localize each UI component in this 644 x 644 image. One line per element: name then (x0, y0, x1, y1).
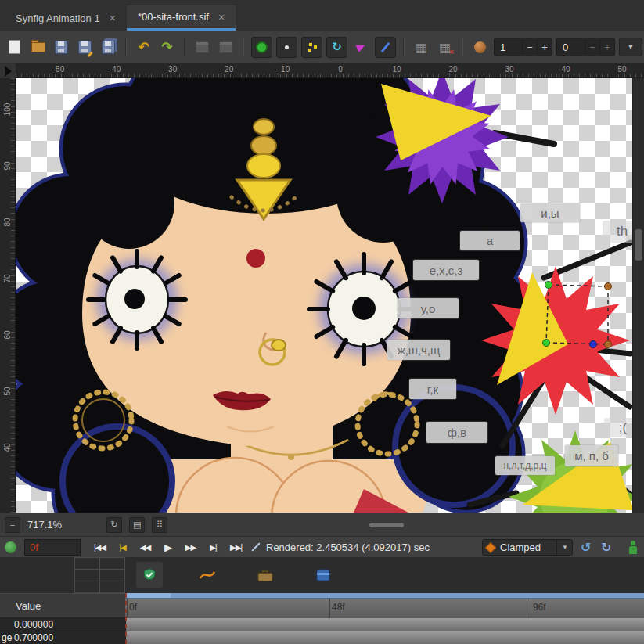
redo-icon: ↷ (161, 41, 172, 54)
tab-sita-front[interactable]: *00-sita-front.sif × (127, 5, 236, 31)
future-onion-spinner[interactable]: 0 − + (556, 38, 615, 56)
prev-frame-button[interactable]: ◀◀ (135, 539, 155, 555)
ruler-h-label: 20 (448, 65, 457, 74)
onion-skin-icon (474, 41, 486, 53)
redo-button[interactable]: ↷ (157, 38, 177, 57)
param-rows: 0.000000ge0.700000 (0, 618, 125, 644)
play-button[interactable]: ▶ (158, 539, 178, 555)
ruler-h-label: 10 (392, 65, 401, 74)
param-value: 0.000000 (14, 619, 53, 630)
save-button[interactable] (52, 38, 71, 57)
ruler-v-label: 80 (3, 218, 12, 226)
spinner-value: 1 (495, 41, 522, 53)
interpolation-dropdown[interactable]: Clamped ▼ (482, 539, 573, 556)
spinner-increment-button[interactable]: + (537, 39, 552, 55)
toggle-duck-tangent-button[interactable]: ↻ (326, 37, 347, 58)
save-all-button[interactable] (99, 38, 118, 57)
seek-next-keyframe-button[interactable]: ▶| (203, 539, 223, 555)
save-as-button[interactable] (75, 38, 95, 57)
tab-synfig-animation-1[interactable]: Synfig Animation 1 × (5, 5, 127, 31)
zoom-out-button[interactable]: − (5, 517, 20, 533)
current-frame-field[interactable]: 0f (24, 539, 81, 556)
tab-label: Synfig Animation 1 (16, 13, 100, 24)
tab-library[interactable] (252, 562, 279, 588)
param-row[interactable]: ge0.700000 (0, 631, 125, 644)
render-tiles-button[interactable]: ⠿ (152, 517, 167, 533)
keyframe-lock-past-button[interactable] (192, 38, 212, 57)
snap-grid-button[interactable]: ▦× (435, 38, 455, 57)
animate-mode-pen-icon[interactable] (251, 542, 260, 551)
chevron-down-icon[interactable]: ▼ (556, 540, 568, 555)
phoneme-label: ;( (604, 418, 632, 437)
spinner-decrement-button[interactable]: − (585, 39, 599, 55)
ruler-h-label: -20 (222, 65, 233, 74)
zoom-level[interactable]: 717.1% (27, 519, 62, 531)
param-column-header[interactable]: Value (0, 593, 125, 618)
param-name-fragment: ge (2, 632, 12, 643)
timetrack-panel: Value 0f48f96f 0.000000ge0.700000 (0, 557, 644, 644)
grid-icon: ▦ (416, 40, 427, 55)
preview-button[interactable]: ▤ (129, 517, 145, 533)
phoneme-label: и,ы (520, 203, 580, 222)
save-icon (55, 41, 68, 54)
seek-begin-button[interactable]: |◀◀ (90, 539, 110, 555)
ruler-v-label: 100 (3, 103, 12, 117)
canvas-workarea[interactable]: и,ыthае,х,с,зу,ож,ш,ч,щг,кф,вн,л,т,д,р,ц… (16, 78, 632, 513)
ruler-v-label: 90 (3, 161, 12, 170)
vertical-scrollbar[interactable] (632, 78, 644, 513)
toggle-duck-angle-button[interactable] (375, 37, 396, 58)
new-file-button[interactable] (5, 38, 24, 57)
toolbar-separator (462, 38, 463, 56)
toggle-duck-radius-button[interactable] (351, 38, 371, 57)
tab-close-icon[interactable]: × (110, 12, 116, 24)
scrollbar-thumb[interactable] (635, 229, 642, 261)
ruler-h-label: 50 (617, 65, 626, 74)
timetrack-row[interactable] (126, 631, 644, 644)
phoneme-label: а (460, 231, 520, 250)
time-cursor[interactable] (125, 593, 127, 644)
tab-close-icon[interactable]: × (218, 11, 225, 23)
seek-end-button[interactable]: ▶▶| (226, 539, 246, 555)
timetrack-ruler[interactable]: 0f48f96f (125, 593, 644, 618)
past-onion-spinner[interactable]: 1 − + (494, 38, 552, 56)
refresh-render-button[interactable]: ↻ (106, 517, 122, 533)
render-options-dropdown[interactable]: ▼ (619, 38, 642, 56)
undo-button[interactable]: ↶ (134, 38, 153, 57)
param-value: 0.700000 (14, 632, 53, 643)
toggle-duck-vertex-button[interactable] (301, 37, 322, 58)
bone-setup-icon[interactable] (628, 541, 638, 554)
timebar: 0f |◀◀ |◀ ◀◀ ▶ ▶▶ ▶| ▶▶| Rendered: 2.450… (0, 536, 644, 557)
spinner-decrement-button[interactable]: − (522, 39, 537, 55)
toolbar-separator (125, 38, 127, 56)
render-status-text: Rendered: 2.450534 (4.092017) sec (266, 541, 430, 553)
phoneme-label: ж,ш,ч,щ (387, 340, 450, 360)
panel-expander[interactable] (0, 63, 16, 78)
timetrack-scrollbar[interactable] (125, 593, 644, 599)
jack-sync-icon[interactable] (5, 541, 16, 553)
show-grid-button[interactable]: ▦ (412, 38, 431, 57)
timetrack-row[interactable] (126, 618, 644, 631)
horizontal-scrollbar-thumb[interactable] (369, 523, 404, 527)
loop-playback-icon[interactable]: ↺ (581, 540, 591, 555)
keyframe-lock-past-icon (196, 41, 209, 53)
dock-grid (74, 557, 125, 593)
phoneme-label: м, п, б (565, 445, 618, 466)
param-row[interactable]: 0.000000 (0, 618, 125, 631)
ruler-h-label: -40 (110, 65, 121, 74)
toggle-background-rendering-button[interactable] (251, 37, 272, 58)
onion-skin-button[interactable] (470, 38, 490, 57)
keyframe-lock-future-button[interactable] (216, 38, 236, 57)
spinner-increment-button[interactable]: + (599, 39, 614, 55)
bounds-loop-icon[interactable]: ↻ (601, 540, 611, 555)
seek-prev-keyframe-button[interactable]: |◀ (113, 539, 132, 555)
tab-keyframes[interactable] (310, 562, 336, 588)
toggle-duck-position-button[interactable] (276, 37, 297, 58)
tab-curves[interactable] (194, 562, 221, 588)
next-frame-button[interactable]: ▶▶ (181, 539, 200, 555)
open-file-button[interactable] (28, 38, 48, 57)
ruler-h-label: 30 (505, 65, 513, 74)
phoneme-label: н,л,т,д,р,ц (495, 456, 555, 475)
timeline-tick (531, 599, 531, 618)
panel-tabbar (125, 557, 644, 593)
tab-parameters[interactable] (136, 562, 163, 588)
